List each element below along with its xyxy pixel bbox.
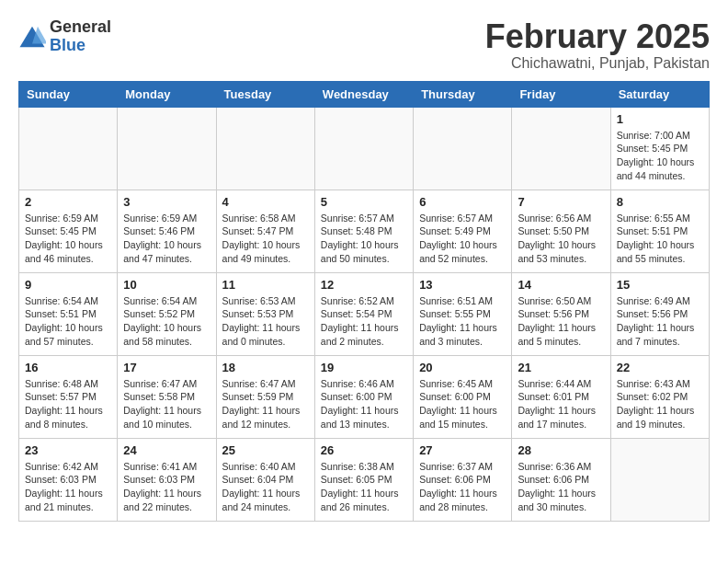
day-number: 21 — [518, 361, 604, 374]
logo: General Blue — [18, 18, 111, 55]
calendar-cell: 24Sunrise: 6:41 AM Sunset: 6:03 PM Dayli… — [118, 438, 216, 521]
day-number: 12 — [321, 278, 407, 292]
day-number: 14 — [518, 278, 604, 292]
logo-icon — [18, 23, 46, 51]
calendar-table: SundayMondayTuesdayWednesdayThursdayFrid… — [18, 81, 710, 522]
calendar-cell: 11Sunrise: 6:53 AM Sunset: 5:53 PM Dayli… — [216, 272, 314, 355]
calendar-cell: 27Sunrise: 6:37 AM Sunset: 6:06 PM Dayli… — [414, 438, 512, 521]
weekday-header-sunday: Sunday — [19, 81, 118, 107]
calendar-cell: 9Sunrise: 6:54 AM Sunset: 5:51 PM Daylig… — [19, 272, 118, 355]
calendar-cell: 23Sunrise: 6:42 AM Sunset: 6:03 PM Dayli… — [19, 438, 118, 521]
calendar-cell — [216, 107, 314, 190]
calendar-cell: 2Sunrise: 6:59 AM Sunset: 5:45 PM Daylig… — [19, 190, 118, 272]
day-info: Sunrise: 6:52 AM Sunset: 5:54 PM Dayligh… — [321, 294, 407, 349]
weekday-header-wednesday: Wednesday — [314, 81, 413, 107]
day-number: 17 — [123, 361, 210, 374]
day-number: 26 — [321, 443, 407, 457]
day-number: 24 — [123, 443, 210, 457]
day-number: 6 — [419, 195, 506, 209]
calendar-cell: 6Sunrise: 6:57 AM Sunset: 5:49 PM Daylig… — [414, 190, 512, 272]
day-number: 11 — [222, 278, 309, 292]
day-info: Sunrise: 6:42 AM Sunset: 6:03 PM Dayligh… — [25, 460, 111, 514]
logo-general-text: General — [50, 18, 111, 37]
week-row-1: 1Sunrise: 7:00 AM Sunset: 5:45 PM Daylig… — [19, 107, 710, 190]
calendar-cell: 22Sunrise: 6:43 AM Sunset: 6:02 PM Dayli… — [610, 355, 709, 438]
day-info: Sunrise: 6:55 AM Sunset: 5:51 PM Dayligh… — [617, 212, 703, 266]
day-info: Sunrise: 6:47 AM Sunset: 5:59 PM Dayligh… — [222, 377, 309, 431]
weekday-header-saturday: Saturday — [610, 81, 709, 107]
day-info: Sunrise: 6:45 AM Sunset: 6:00 PM Dayligh… — [419, 377, 506, 431]
calendar-cell: 7Sunrise: 6:56 AM Sunset: 5:50 PM Daylig… — [512, 190, 610, 272]
location: Chichawatni, Punjab, Pakistan — [485, 55, 710, 72]
day-number: 25 — [222, 443, 309, 457]
day-info: Sunrise: 6:59 AM Sunset: 5:46 PM Dayligh… — [123, 212, 210, 266]
weekday-header-friday: Friday — [512, 81, 610, 107]
day-info: Sunrise: 6:59 AM Sunset: 5:45 PM Dayligh… — [25, 212, 111, 266]
day-number: 28 — [518, 443, 604, 457]
day-number: 1 — [617, 112, 703, 126]
day-number: 4 — [222, 195, 309, 209]
calendar-cell — [512, 107, 610, 190]
day-number: 23 — [25, 443, 111, 457]
day-info: Sunrise: 6:50 AM Sunset: 5:56 PM Dayligh… — [518, 294, 604, 349]
calendar-cell — [118, 107, 216, 190]
calendar-cell: 28Sunrise: 6:36 AM Sunset: 6:06 PM Dayli… — [512, 438, 610, 521]
day-number: 15 — [617, 278, 703, 292]
calendar-cell — [19, 107, 118, 190]
day-info: Sunrise: 6:58 AM Sunset: 5:47 PM Dayligh… — [222, 212, 309, 266]
day-number: 13 — [419, 278, 506, 292]
calendar-cell: 15Sunrise: 6:49 AM Sunset: 5:56 PM Dayli… — [610, 272, 709, 355]
calendar-cell: 1Sunrise: 7:00 AM Sunset: 5:45 PM Daylig… — [610, 107, 709, 190]
day-info: Sunrise: 6:38 AM Sunset: 6:05 PM Dayligh… — [321, 460, 407, 514]
day-info: Sunrise: 6:56 AM Sunset: 5:50 PM Dayligh… — [518, 212, 604, 266]
day-number: 10 — [123, 278, 210, 292]
calendar-cell: 8Sunrise: 6:55 AM Sunset: 5:51 PM Daylig… — [610, 190, 709, 272]
calendar-cell: 13Sunrise: 6:51 AM Sunset: 5:55 PM Dayli… — [414, 272, 512, 355]
day-info: Sunrise: 6:57 AM Sunset: 5:49 PM Dayligh… — [419, 212, 506, 266]
calendar-cell — [610, 438, 709, 521]
day-number: 22 — [617, 361, 703, 374]
calendar-cell: 10Sunrise: 6:54 AM Sunset: 5:52 PM Dayli… — [118, 272, 216, 355]
day-number: 18 — [222, 361, 309, 374]
calendar-cell: 25Sunrise: 6:40 AM Sunset: 6:04 PM Dayli… — [216, 438, 314, 521]
day-info: Sunrise: 7:00 AM Sunset: 5:45 PM Dayligh… — [617, 129, 703, 183]
day-info: Sunrise: 6:53 AM Sunset: 5:53 PM Dayligh… — [222, 294, 309, 349]
month-title: February 2025 — [485, 18, 710, 55]
calendar-cell: 16Sunrise: 6:48 AM Sunset: 5:57 PM Dayli… — [19, 355, 118, 438]
day-info: Sunrise: 6:49 AM Sunset: 5:56 PM Dayligh… — [617, 294, 703, 349]
calendar-cell: 12Sunrise: 6:52 AM Sunset: 5:54 PM Dayli… — [314, 272, 413, 355]
day-number: 5 — [321, 195, 407, 209]
calendar-cell: 4Sunrise: 6:58 AM Sunset: 5:47 PM Daylig… — [216, 190, 314, 272]
day-info: Sunrise: 6:48 AM Sunset: 5:57 PM Dayligh… — [25, 377, 111, 431]
logo-blue-text: Blue — [50, 37, 111, 55]
day-info: Sunrise: 6:40 AM Sunset: 6:04 PM Dayligh… — [222, 460, 309, 514]
week-row-4: 16Sunrise: 6:48 AM Sunset: 5:57 PM Dayli… — [19, 355, 710, 438]
calendar-cell — [414, 107, 512, 190]
weekday-header-row: SundayMondayTuesdayWednesdayThursdayFrid… — [19, 81, 710, 107]
calendar-cell: 17Sunrise: 6:47 AM Sunset: 5:58 PM Dayli… — [118, 355, 216, 438]
weekday-header-tuesday: Tuesday — [216, 81, 314, 107]
day-info: Sunrise: 6:54 AM Sunset: 5:52 PM Dayligh… — [123, 294, 210, 349]
day-number: 8 — [617, 195, 703, 209]
day-info: Sunrise: 6:51 AM Sunset: 5:55 PM Dayligh… — [419, 294, 506, 349]
week-row-2: 2Sunrise: 6:59 AM Sunset: 5:45 PM Daylig… — [19, 190, 710, 272]
calendar-cell: 3Sunrise: 6:59 AM Sunset: 5:46 PM Daylig… — [118, 190, 216, 272]
day-info: Sunrise: 6:44 AM Sunset: 6:01 PM Dayligh… — [518, 377, 604, 431]
week-row-3: 9Sunrise: 6:54 AM Sunset: 5:51 PM Daylig… — [19, 272, 710, 355]
page-header: General Blue February 2025 Chichawatni, … — [18, 18, 710, 72]
calendar-cell: 26Sunrise: 6:38 AM Sunset: 6:05 PM Dayli… — [314, 438, 413, 521]
calendar-cell: 5Sunrise: 6:57 AM Sunset: 5:48 PM Daylig… — [314, 190, 413, 272]
day-number: 20 — [419, 361, 506, 374]
day-info: Sunrise: 6:43 AM Sunset: 6:02 PM Dayligh… — [617, 377, 703, 431]
day-info: Sunrise: 6:37 AM Sunset: 6:06 PM Dayligh… — [419, 460, 506, 514]
day-info: Sunrise: 6:36 AM Sunset: 6:06 PM Dayligh… — [518, 460, 604, 514]
day-info: Sunrise: 6:46 AM Sunset: 6:00 PM Dayligh… — [321, 377, 407, 431]
day-info: Sunrise: 6:57 AM Sunset: 5:48 PM Dayligh… — [321, 212, 407, 266]
day-number: 19 — [321, 361, 407, 374]
day-info: Sunrise: 6:47 AM Sunset: 5:58 PM Dayligh… — [123, 377, 210, 431]
calendar-cell: 14Sunrise: 6:50 AM Sunset: 5:56 PM Dayli… — [512, 272, 610, 355]
calendar-cell: 18Sunrise: 6:47 AM Sunset: 5:59 PM Dayli… — [216, 355, 314, 438]
day-number: 3 — [123, 195, 210, 209]
day-number: 7 — [518, 195, 604, 209]
day-number: 9 — [25, 278, 111, 292]
